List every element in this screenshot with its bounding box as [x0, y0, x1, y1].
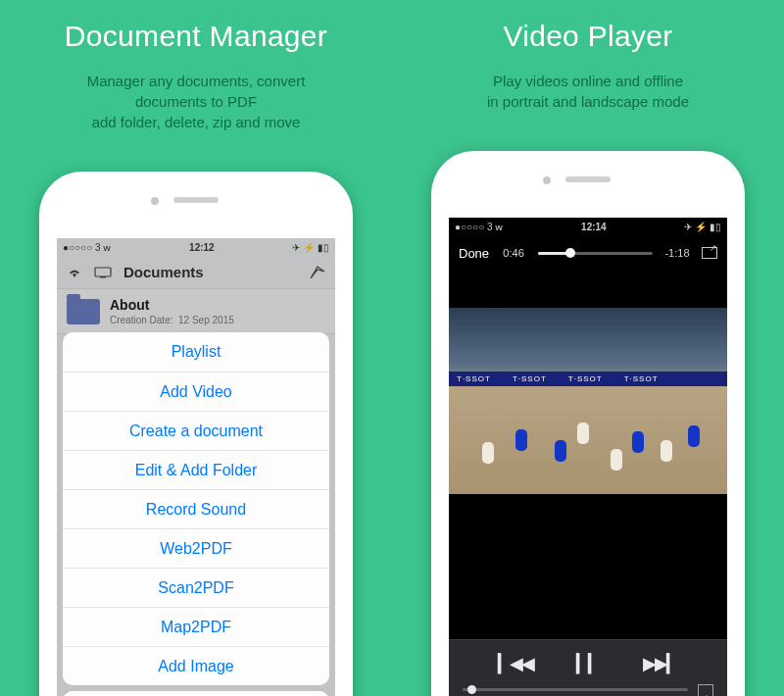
sheet-item-record-sound[interactable]: Record Sound — [63, 489, 329, 528]
scrubber[interactable] — [538, 252, 653, 255]
airplay-icon[interactable] — [698, 684, 713, 696]
status-bar: ●○○○○ 3 ᴡ 12:14 ✈ ⚡ ▮▯ — [449, 218, 727, 235]
player-top-bar: Done 0:46 -1:18 — [449, 235, 727, 271]
player-controls: ▎◀◀ ▎▎ ▶▶▎ — [449, 639, 727, 696]
left-headline: Document Manager — [65, 20, 327, 53]
next-track-button[interactable]: ▶▶▎ — [643, 653, 678, 674]
ad-banner: T·SSOTT·SSOTT·SSOTT·SSOT — [449, 372, 727, 387]
status-carrier: ●○○○○ 3 ᴡ — [455, 222, 503, 232]
status-right: ✈ ⚡ ▮▯ — [684, 222, 721, 232]
sheet-item-playlist[interactable]: Playlist — [63, 332, 329, 372]
sheet-item-map2pdf[interactable]: Map2PDF — [63, 607, 329, 646]
sheet-item-add-image[interactable]: Add Image — [63, 646, 329, 685]
sheet-options: Playlist Add Video Create a document Edi… — [63, 332, 329, 685]
sheet-item-web2pdf[interactable]: Web2PDF — [63, 528, 329, 568]
done-button[interactable]: Done — [459, 246, 489, 261]
time-elapsed: 0:46 — [499, 247, 528, 259]
right-headline: Video Player — [503, 20, 672, 53]
volume-slider[interactable] — [463, 688, 688, 691]
right-subhead: Play videos online and offline in portra… — [487, 71, 689, 112]
status-time: 12:14 — [581, 222, 607, 232]
left-subhead: Manager any documents, convert documents… — [87, 71, 306, 132]
sheet-item-edit-add-folder[interactable]: Edit & Add Folder — [63, 450, 329, 489]
sheet-cancel-button[interactable]: Cancel — [63, 691, 329, 696]
court — [449, 386, 727, 494]
action-sheet: Playlist Add Video Create a document Edi… — [63, 332, 329, 696]
pause-button[interactable]: ▎▎ — [576, 653, 600, 674]
right-screen: ●○○○○ 3 ᴡ 12:14 ✈ ⚡ ▮▯ Done 0:46 -1:18 T… — [449, 218, 727, 696]
sheet-item-add-video[interactable]: Add Video — [63, 372, 329, 411]
scrubber-knob[interactable] — [565, 248, 575, 258]
left-phone-frame: ●○○○○ 3 ᴡ 12:12 ✈ ⚡ ▮▯ Documents — [39, 172, 353, 696]
video-frame[interactable]: T·SSOTT·SSOTT·SSOTT·SSOT — [449, 308, 727, 494]
volume-knob[interactable] — [467, 685, 476, 694]
sheet-item-scan2pdf[interactable]: Scan2PDF — [63, 568, 329, 607]
time-remaining: -1:18 — [662, 247, 692, 259]
sheet-item-create-document[interactable]: Create a document — [63, 411, 329, 450]
fullscreen-icon[interactable] — [702, 247, 717, 259]
right-phone-frame: ●○○○○ 3 ᴡ 12:14 ✈ ⚡ ▮▯ Done 0:46 -1:18 T… — [431, 151, 745, 696]
left-screen: ●○○○○ 3 ᴡ 12:12 ✈ ⚡ ▮▯ Documents — [57, 238, 335, 696]
prev-track-button[interactable]: ▎◀◀ — [498, 653, 533, 674]
